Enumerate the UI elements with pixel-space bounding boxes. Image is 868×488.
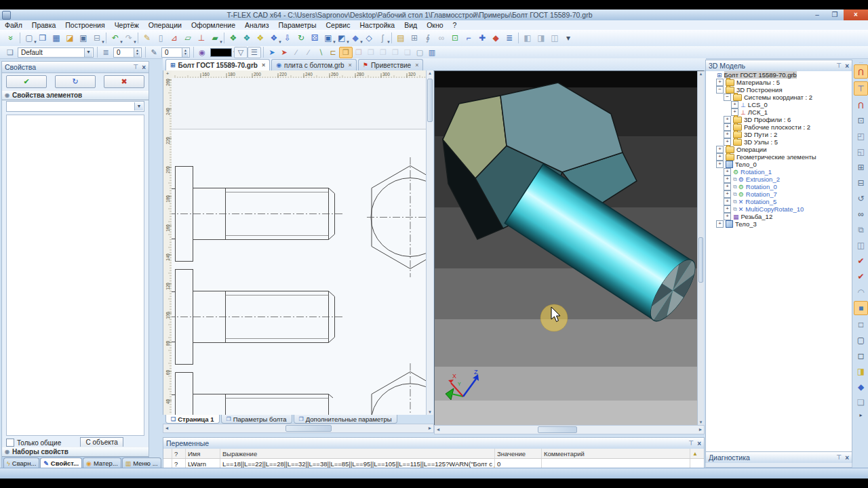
active-layer-icon[interactable]: ❐	[339, 47, 353, 58]
toolbar-overflow-icon[interactable]: ▾	[561, 32, 575, 44]
property-sets-section[interactable]: ◉ Наборы свойств	[2, 447, 149, 457]
shaded-view-icon[interactable]: ■	[854, 301, 868, 315]
expand-icon[interactable]: +	[724, 183, 731, 190]
panel-tab-Меню ...[interactable]: ▥Меню ...	[122, 458, 161, 468]
check-model-icon[interactable]: ⊡	[448, 32, 462, 44]
layout-left-icon[interactable]: ◧	[521, 32, 534, 44]
menu-item-Файл[interactable]: Файл	[0, 21, 27, 29]
scroll-left-icon[interactable]: ◄	[435, 426, 441, 434]
save-document-icon[interactable]: ▣	[77, 32, 90, 44]
shell-operation-icon[interactable]: ◇	[362, 32, 376, 44]
disable-snap-icon[interactable]: U	[854, 64, 868, 79]
hidden-lines-icon[interactable]: ◠	[854, 285, 867, 298]
menu-item-Сервис[interactable]: Сервис	[321, 21, 355, 29]
menu-item-Параметры[interactable]: Параметры	[274, 21, 321, 29]
menu-item-Чертёж[interactable]: Чертёж	[110, 21, 144, 29]
maximize-button[interactable]: ❐	[826, 9, 844, 20]
construction-toggle-icon[interactable]: ∖	[315, 47, 327, 58]
profile-teal-icon[interactable]: ❖	[240, 32, 254, 44]
3d-horizontal-scrollbar[interactable]: ◄ ►	[434, 425, 705, 434]
database-icon[interactable]: ≣	[502, 32, 516, 44]
tree-item[interactable]: +Рабочие плоскости : 2	[706, 123, 852, 131]
undo-icon[interactable]: ↶▼	[108, 32, 122, 44]
pages-book-icon[interactable]: ▥	[426, 47, 438, 58]
pin-icon[interactable]: ⊤	[836, 62, 842, 69]
drawing-horizontal-scrollbar[interactable]: ◄ ►	[163, 424, 434, 433]
expand-icon[interactable]: +	[716, 161, 724, 168]
menu-item-Построения[interactable]: Построения	[60, 21, 109, 29]
enable-snap-icon[interactable]: U	[854, 98, 867, 111]
tree-item[interactable]: +3D Пути : 2	[706, 131, 852, 138]
scrollbar-thumb[interactable]	[698, 237, 703, 283]
page-tab[interactable]: ❐Дополнительные параметры	[294, 415, 397, 424]
redo-icon[interactable]: ↷▼	[122, 32, 136, 44]
tree-item[interactable]: +Тело_0	[706, 161, 852, 168]
expand-icon[interactable]: +	[724, 198, 731, 205]
cancel-button[interactable]: ✖	[104, 75, 144, 88]
panel-tab-Свойст...[interactable]: ✎Свойст...	[40, 458, 82, 468]
boolean-operation-icon[interactable]: ▣▼	[321, 32, 335, 44]
tree-item[interactable]: +3D Профили : 6	[706, 116, 852, 123]
pin-icon[interactable]: ⊤	[688, 440, 694, 447]
model-tree[interactable]: ⊞Болт ГОСТ 15589-70.grb+Материалы : 5−3D…	[705, 71, 852, 460]
drawing-vertical-scrollbar[interactable]: ▲ ▼	[426, 70, 433, 415]
expand-icon[interactable]: +	[724, 190, 731, 198]
expand-icon[interactable]: +	[724, 176, 731, 183]
menu-item-Окно[interactable]: Окно	[422, 21, 448, 29]
profile-yellow-icon[interactable]: ❖	[254, 32, 267, 44]
tree-item[interactable]: +▦Резьба_12	[706, 213, 852, 220]
menu-item-Оформление[interactable]: Оформление	[186, 21, 240, 29]
layers-3d-icon[interactable]: ⧉	[854, 223, 867, 236]
color-swatch[interactable]: ▼	[210, 48, 232, 57]
3d-viewport[interactable]: X Y Z ▲ ▼	[434, 70, 704, 426]
properties-list[interactable]	[6, 115, 144, 436]
menu-item-Операции[interactable]: Операции	[144, 21, 186, 29]
zoom-page-icon[interactable]: ⊞	[854, 161, 867, 174]
check-model-icon[interactable]: ✔	[854, 254, 867, 267]
expand-icon[interactable]: +	[724, 205, 731, 213]
layer-freeze-icon[interactable]: ❐	[377, 47, 389, 58]
window-grid-icon[interactable]: ◫	[854, 239, 867, 251]
element-properties-section[interactable]: ◉ Свойства элементов	[2, 90, 149, 100]
layer-colors-icon[interactable]: ❏	[401, 47, 414, 58]
layout-middle-icon[interactable]: ◨	[534, 32, 548, 44]
scroll-up-icon[interactable]: ▲	[427, 71, 433, 75]
layer-lock-icon[interactable]: ❐	[389, 47, 401, 58]
close-icon[interactable]: ×	[845, 62, 849, 70]
bolt-3d-model[interactable]: X Y Z	[435, 71, 704, 425]
tree-item[interactable]: +⊥LCS_0	[706, 101, 852, 108]
spinner-arrows-icon[interactable]: ▲▼	[182, 48, 189, 57]
print-icon[interactable]: ⊟▼	[90, 32, 104, 44]
color-picker-icon[interactable]: ◉	[196, 47, 208, 58]
zoom-selection-icon[interactable]: ⊟	[854, 176, 867, 189]
select-exclude-icon[interactable]: ➤	[278, 47, 290, 58]
line-style-icon[interactable]: ✎	[148, 47, 160, 58]
scroll-down-icon[interactable]: ▼	[427, 410, 433, 414]
expand-icon[interactable]: +	[716, 79, 724, 86]
fit-width-icon[interactable]: ◰	[854, 129, 867, 142]
tree-item[interactable]: +⚙Rotation_1	[706, 168, 852, 176]
expand-icon[interactable]: +	[716, 153, 724, 161]
drawing-viewport[interactable]: + 160180200220240260280300320340 2602402…	[163, 70, 433, 415]
new-3d-document-icon[interactable]: ❒	[36, 32, 50, 44]
selector-list-icon[interactable]: ☰	[248, 47, 261, 58]
variables-table[interactable]: ?ИмяВыражениеЗначениеКомментарий▲?LWarnL…	[163, 449, 704, 468]
new-page2-icon[interactable]: ▢	[414, 47, 426, 58]
collapse-icon[interactable]: −	[716, 86, 724, 94]
measure-grid-icon[interactable]: ⊞	[408, 32, 421, 44]
layer-spinner[interactable]: 0▲▼	[113, 47, 142, 58]
tree-item[interactable]: −Системы координат : 2	[706, 94, 852, 101]
expand-icon[interactable]: +	[724, 116, 731, 123]
attach-icon[interactable]: ∮	[421, 32, 435, 44]
new-document-icon[interactable]: ▢▼	[22, 32, 36, 44]
spinner-arrows-icon[interactable]: ▲▼	[134, 48, 140, 57]
construction-lines-icon[interactable]: ∕	[290, 47, 302, 58]
tools-icon[interactable]: ✚	[475, 32, 489, 44]
close-tab-icon[interactable]: ×	[262, 62, 265, 68]
menu-item-Настройка[interactable]: Настройка	[355, 21, 399, 29]
workplane-by-face-icon[interactable]: ▰▼	[208, 32, 222, 44]
quick-view-icon[interactable]: ◻	[854, 349, 867, 362]
expand-icon[interactable]: +	[724, 131, 731, 138]
profile-green-icon[interactable]: ❖	[226, 32, 240, 44]
title-bar[interactable]: T-FLEX CAD x64 - C:\Users\Sapronov\Deskt…	[0, 9, 868, 21]
